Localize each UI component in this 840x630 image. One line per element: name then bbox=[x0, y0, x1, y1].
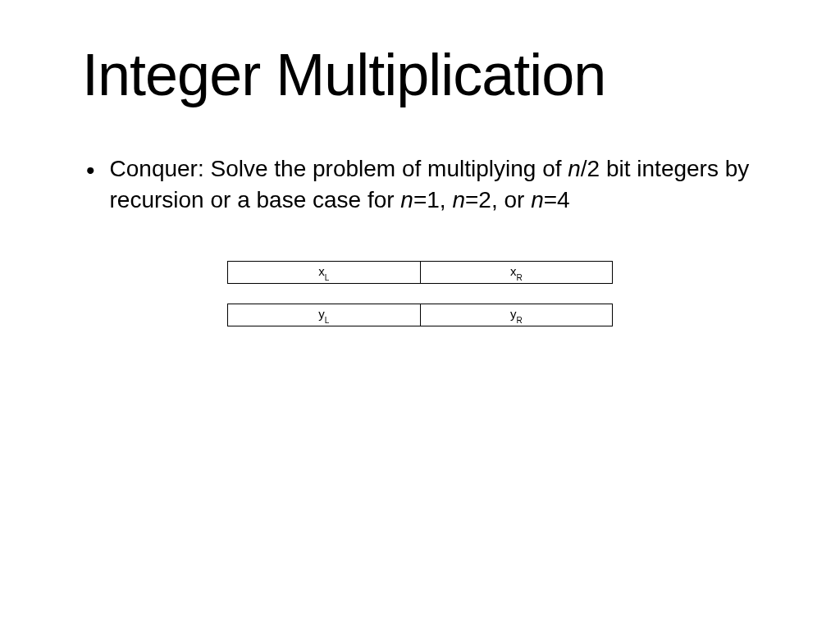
bullet-n-var-1: n bbox=[568, 156, 581, 181]
y-left-var: y bbox=[318, 307, 325, 321]
y-bit-box: yL yR bbox=[227, 304, 613, 326]
bullet-text-mid4: =4 bbox=[544, 187, 570, 212]
bullet-n-var-3: n bbox=[452, 187, 465, 212]
bullet-item: • Conquer: Solve the problem of multiply… bbox=[86, 153, 791, 216]
bullet-n-var-4: n bbox=[531, 187, 544, 212]
bullet-dot-icon: • bbox=[86, 158, 95, 183]
slide-title: Integer Multiplication bbox=[82, 41, 791, 108]
bullet-text-mid3: =2, or bbox=[465, 187, 531, 212]
x-right-half: xR bbox=[421, 262, 613, 283]
x-bit-box: xL xR bbox=[227, 261, 613, 284]
x-left-sub: L bbox=[325, 273, 330, 282]
y-right-half: yR bbox=[421, 304, 613, 326]
split-diagram: xL xR yL yR bbox=[49, 261, 791, 326]
x-right-sub: R bbox=[516, 273, 522, 282]
y-left-half: yL bbox=[228, 304, 421, 326]
y-left-sub: L bbox=[325, 316, 330, 325]
bullet-text: Conquer: Solve the problem of multiplyin… bbox=[110, 153, 783, 216]
x-left-var: x bbox=[318, 264, 325, 278]
bullet-n-var-2: n bbox=[400, 187, 413, 212]
bullet-text-mid2: =1, bbox=[413, 187, 452, 212]
x-left-half: xL bbox=[228, 262, 421, 283]
bullet-text-pre: Conquer: Solve the problem of multiplyin… bbox=[110, 156, 568, 181]
slide-container: Integer Multiplication • Conquer: Solve … bbox=[0, 0, 840, 630]
y-right-sub: R bbox=[516, 316, 522, 325]
